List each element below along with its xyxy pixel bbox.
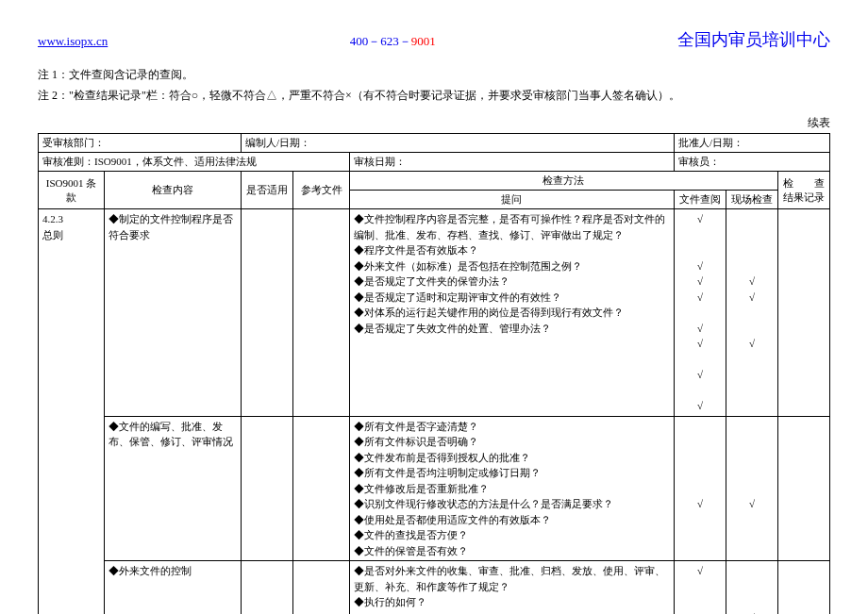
continuation-label: 续表 bbox=[38, 115, 830, 131]
clause-cell: 4.2.3总则 bbox=[39, 209, 105, 614]
note-2: 注 2："检查结果记录"栏：符合○，轻微不符合△，严重不符合×（有不符合时要记录… bbox=[38, 86, 830, 107]
applicable-cell bbox=[242, 561, 293, 614]
site-check-marks: √ bbox=[726, 416, 777, 561]
doc-review-marks: √ √√√ √√ √ √ bbox=[674, 209, 726, 417]
result-cell bbox=[777, 416, 829, 561]
question-cell: ◆是否对外来文件的收集、审查、批准、归档、发放、使用、评审、更新、补充、和作废等… bbox=[350, 561, 675, 614]
reference-cell bbox=[293, 561, 350, 614]
reference-cell bbox=[293, 209, 350, 417]
content-cell: ◆制定的文件控制程序是否符合要求 bbox=[105, 209, 242, 417]
site-check-marks: √ bbox=[726, 561, 777, 614]
reference-cell bbox=[293, 416, 350, 561]
header-doc-review: 文件查阅 bbox=[674, 191, 726, 209]
content-cell: ◆文件的编写、批准、发布、保管、修订、评审情况 bbox=[105, 416, 242, 561]
url-link[interactable]: www.isopx.cn bbox=[38, 34, 108, 49]
header-reference: 参考文件 bbox=[293, 172, 350, 209]
header-result: 检 查结果记录 bbox=[777, 172, 829, 209]
header-clause: ISO9001 条款 bbox=[39, 172, 105, 209]
audit-table: 受审核部门： 编制人/日期： 批准人/日期： 审核准则：ISO9001，体系文件… bbox=[38, 133, 830, 614]
criteria-cell: 审核准则：ISO9001，体系文件、适用法律法规 bbox=[39, 153, 350, 172]
table-row: 4.2.3总则 ◆制定的文件控制程序是否符合要求 ◆文件控制程序内容是否完整，是… bbox=[39, 209, 830, 417]
question-cell: ◆所有文件是否字迹清楚？◆所有文件标识是否明确？◆文件发布前是否得到授权人的批准… bbox=[350, 416, 675, 561]
question-cell: ◆文件控制程序内容是否完整，是否有可操作性？程序是否对文件的编制、批准、发布、存… bbox=[350, 209, 675, 417]
applicable-cell bbox=[242, 416, 293, 561]
result-cell bbox=[777, 209, 829, 417]
prepared-cell: 编制人/日期： bbox=[242, 134, 675, 153]
phone-number: 400－623－9001 bbox=[350, 33, 436, 50]
auditor-cell: 审核员： bbox=[674, 153, 829, 172]
header-question: 提问 bbox=[350, 191, 675, 209]
site-check-marks: √√ √ bbox=[726, 209, 777, 417]
header-method: 检查方法 bbox=[350, 172, 778, 191]
header-site-check: 现场检查 bbox=[726, 191, 777, 209]
content-cell: ◆外来文件的控制 bbox=[105, 561, 242, 614]
applicable-cell bbox=[242, 209, 293, 417]
result-cell bbox=[777, 561, 829, 614]
page-title: 全国内审员培训中心 bbox=[677, 28, 830, 51]
audit-date-cell: 审核日期： bbox=[350, 153, 675, 172]
doc-review-marks: √ bbox=[674, 561, 726, 614]
header-content: 检查内容 bbox=[105, 172, 242, 209]
note-1: 注 1：文件查阅含记录的查阅。 bbox=[38, 65, 830, 86]
table-row: ◆文件的编写、批准、发布、保管、修订、评审情况 ◆所有文件是否字迹清楚？◆所有文… bbox=[39, 416, 830, 561]
dept-cell: 受审核部门： bbox=[39, 134, 242, 153]
table-row: ◆外来文件的控制 ◆是否对外来文件的收集、审查、批准、归档、发放、使用、评审、更… bbox=[39, 561, 830, 614]
doc-review-marks: √ bbox=[674, 416, 726, 561]
approved-cell: 批准人/日期： bbox=[674, 134, 829, 153]
header-applicable: 是否适用 bbox=[242, 172, 293, 209]
